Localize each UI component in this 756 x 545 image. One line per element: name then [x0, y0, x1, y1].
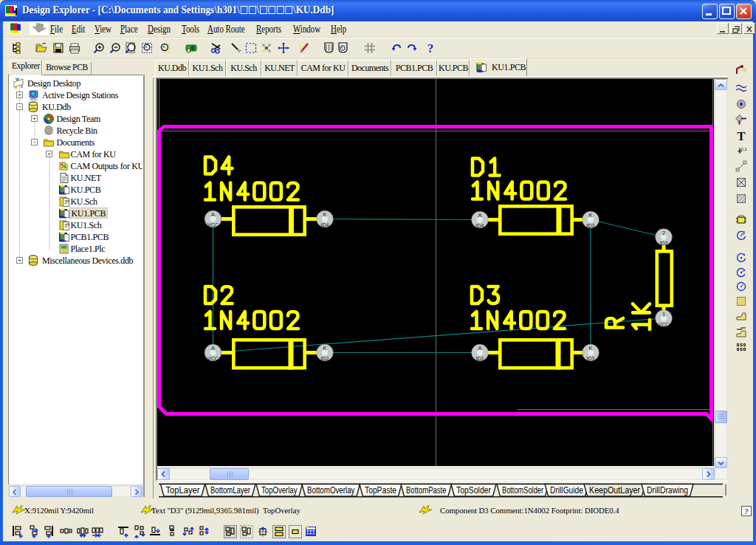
svg-text:tD4: tD4 — [476, 223, 484, 228]
svg-text:BottomLayer: BottomLayer — [210, 485, 250, 496]
svg-text:DrillDrawing: DrillDrawing — [647, 485, 688, 496]
svg-text:K: K — [323, 345, 326, 352]
svg-text:K: K — [588, 212, 592, 219]
svg-text:VCC: VCC — [207, 222, 219, 227]
svg-text:BottomPaste: BottomPaste — [406, 485, 447, 496]
svg-text:TopOverlay: TopOverlay — [261, 485, 298, 496]
svg-text:tD3: tD3 — [660, 241, 668, 246]
svg-text:2: 2 — [662, 230, 665, 236]
svg-text:VCC: VCC — [659, 322, 670, 327]
svg-text:BottomOverlay: BottomOverlay — [307, 485, 355, 496]
svg-text:DrillGuide: DrillGuide — [550, 485, 583, 496]
svg-text:T: T — [737, 130, 746, 142]
svg-text:tD3: tD3 — [587, 356, 595, 361]
svg-text:tD2: tD2 — [321, 356, 329, 361]
svg-text:tD2: tD2 — [476, 356, 484, 361]
svg-text:BottomSolder: BottomSolder — [502, 485, 543, 496]
svg-text:A: A — [211, 211, 215, 218]
svg-text:K: K — [323, 211, 326, 218]
svg-text:tD3: tD3 — [587, 223, 595, 228]
svg-text:A: A — [478, 345, 481, 352]
svg-text:TopSolder: TopSolder — [456, 485, 491, 496]
svg-text:1: 1 — [662, 311, 665, 318]
svg-text:K: K — [588, 345, 592, 352]
svg-text:?: ? — [427, 42, 434, 54]
svg-text:10,10: 10,10 — [738, 147, 747, 151]
svg-text:KeepOutLayer: KeepOutLayer — [589, 485, 640, 496]
svg-text:VCC: VCC — [207, 356, 219, 361]
svg-text:TopLayer: TopLayer — [166, 485, 200, 496]
svg-text:A: A — [211, 345, 215, 352]
svg-text:tD4: tD4 — [321, 222, 329, 227]
svg-text:A: A — [478, 212, 481, 219]
svg-text:TopPaste: TopPaste — [365, 485, 396, 496]
